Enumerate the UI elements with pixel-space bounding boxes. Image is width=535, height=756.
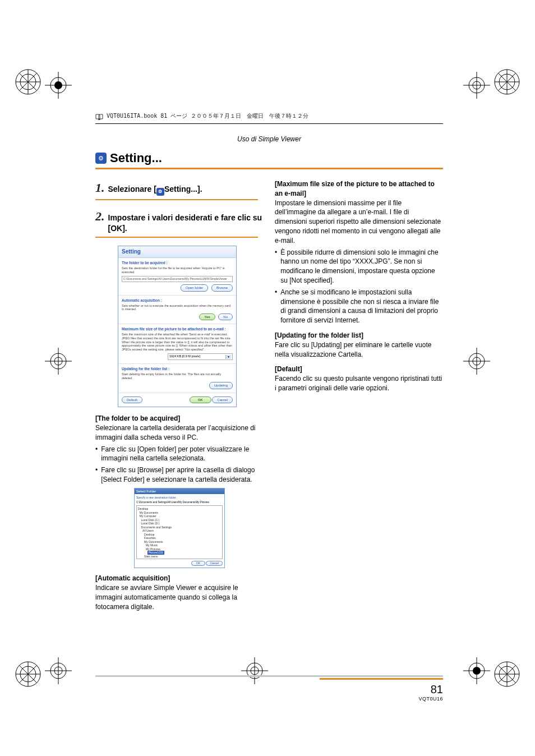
paragraph: Fare clic su [Updating] per eliminare le… (275, 340, 443, 359)
group-desc: Sets the maximum size of the attached fi… (122, 333, 233, 351)
cancel-button[interactable]: Cancel (212, 397, 233, 403)
cancel-button[interactable]: Cancel (206, 561, 223, 566)
top-rule (95, 123, 443, 124)
group-title-updating: Updating for the folder list : (122, 366, 233, 371)
group-title-folder: The folder to be acquired : (122, 260, 233, 265)
settings-icon: ⚙ (156, 188, 164, 196)
header-line: VQT0U16ITA.book 81 ページ ２００５年７月１日 金曜日 午後７… (107, 112, 308, 120)
title-rule (95, 168, 443, 169)
registration-mark-icon (45, 657, 72, 684)
browse-button[interactable]: Browse (211, 284, 233, 291)
bullet-text: Fare clic su [Browse] per aprire la case… (101, 465, 264, 485)
bullet-text: È possibile ridurre di dimensioni solo l… (280, 248, 443, 285)
book-icon (95, 113, 103, 123)
section-caption: Uso di Simple Viewer (95, 135, 443, 143)
no-button[interactable]: No (218, 314, 233, 320)
sf-path[interactable]: C:\Documents and Settings\All Users\My D… (136, 501, 223, 504)
registration-mark-icon (45, 348, 72, 375)
open-folder-button[interactable]: Open folder (181, 284, 208, 291)
step-number: 2. (95, 208, 105, 225)
step-1-text: Selezionare [⚙Setting...]. (108, 184, 202, 196)
chevron-down-icon: ▼ (225, 355, 231, 359)
bullet-icon: • (275, 248, 277, 285)
page-title: Setting... (110, 151, 162, 165)
crop-mark-icon (491, 66, 523, 98)
page-number: 81 (95, 683, 443, 696)
ok-button[interactable]: OK (191, 561, 205, 566)
heading-folder: [The folder to be acquired] (95, 414, 264, 423)
group-desc: Sets the destination folder for the file… (122, 266, 233, 274)
folder-tree[interactable]: Desktop My Documents My Computer Local D… (136, 505, 223, 559)
group-desc: Start deleting the empty folders in the … (122, 372, 233, 380)
bullet-icon: • (95, 445, 98, 464)
bullet-text: Fare clic su [Open folder] per poter vis… (101, 445, 264, 464)
registration-mark-icon (463, 657, 490, 684)
default-button[interactable]: Default (122, 397, 142, 403)
paragraph: Selezionare la cartella desiderata per l… (95, 423, 264, 442)
paragraph: Impostare le dimensioni massime per il f… (275, 199, 443, 246)
registration-mark-icon (463, 72, 490, 99)
heading-default: [Default] (275, 365, 443, 374)
group-title-maxsize: Maximum file size of the picture to be a… (122, 326, 233, 331)
bullet-icon: • (275, 288, 277, 325)
dialog-title: Setting (118, 246, 236, 258)
registration-mark-icon (463, 348, 490, 375)
footer-rule (95, 675, 443, 677)
sf-label: Specify a new destination folder. (136, 496, 223, 500)
select-folder-dialog-figure: Select Folder Specify a new destination … (134, 488, 225, 569)
updating-button[interactable]: Updating (209, 382, 233, 389)
bullet-icon: • (95, 465, 98, 485)
paragraph: Indicare se avviare Simple Viewer e acqu… (95, 583, 264, 611)
maxsize-dropdown[interactable]: 1024 KB [0.9 M pixels] ▼ (168, 353, 233, 360)
step-rule (95, 237, 258, 238)
group-title-auto: Automatic acquisition : (122, 298, 233, 303)
footer-rule-accent (320, 678, 443, 680)
group-desc: Sets whether or not to execute the autom… (122, 304, 233, 311)
crop-mark-icon (12, 66, 44, 98)
bullet-text: Anche se si modificano le impostazioni s… (280, 288, 443, 325)
step-rule (95, 199, 258, 200)
folder-path-field[interactable]: C:\Documents and Settings\All Users\Docu… (122, 276, 233, 282)
heading-auto: [Automatic acquisition] (95, 574, 264, 583)
yes-button[interactable]: Yes (199, 314, 215, 320)
doc-code: VQT0U16 (95, 696, 443, 702)
heading-updating: [Updating for the folder list] (275, 331, 443, 340)
step-2-text: Impostare i valori desiderati e fare cli… (108, 213, 264, 234)
settings-icon: ⚙ (95, 153, 107, 164)
crop-mark-icon (12, 658, 44, 690)
step-number: 1. (95, 179, 105, 197)
dialog-title: Select Folder (135, 488, 224, 494)
settings-dialog-figure: Setting The folder to be acquired : Sets… (118, 246, 237, 407)
ok-button[interactable]: OK (190, 397, 211, 403)
paragraph: Facendo clic su questo pulsante vengono … (275, 374, 443, 393)
crop-mark-icon (491, 658, 523, 690)
heading-maxsize: [Maximum file size of the picture to be … (275, 179, 443, 199)
registration-mark-icon (45, 72, 72, 99)
